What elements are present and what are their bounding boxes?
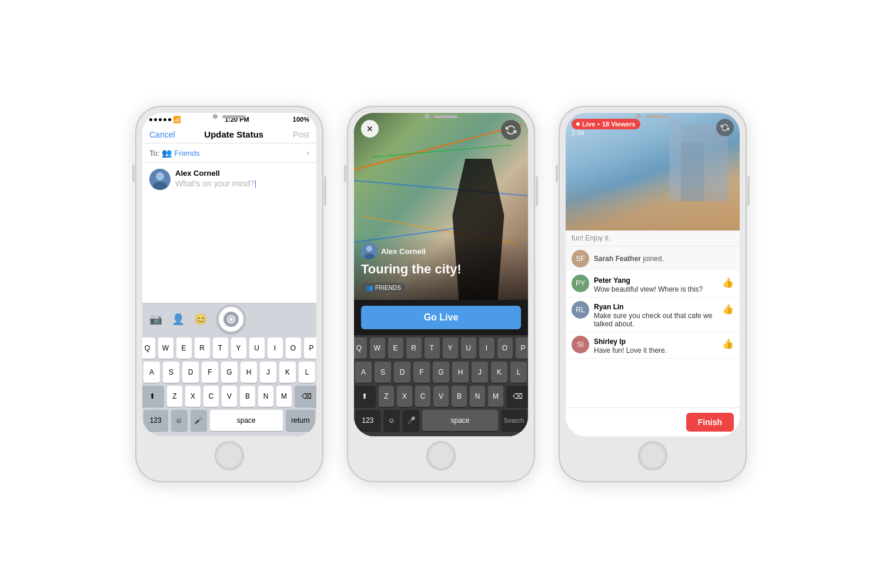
dk-123[interactable]: 123 xyxy=(355,410,380,431)
dk-v[interactable]: V xyxy=(433,386,449,407)
ryan-content: Ryan Lin Make sure you check out that ca… xyxy=(594,301,717,328)
finish-button[interactable]: Finish xyxy=(686,413,734,432)
dk-z[interactable]: Z xyxy=(379,386,394,407)
key-d[interactable]: D xyxy=(182,362,199,383)
key-b[interactable]: B xyxy=(240,386,255,407)
dk-s[interactable]: S xyxy=(375,362,391,383)
peter-content: Peter Yang Wow beautiful view! Where is … xyxy=(594,275,717,293)
dk-b[interactable]: B xyxy=(452,386,467,407)
dk-l[interactable]: L xyxy=(510,362,527,383)
dk-g[interactable]: G xyxy=(433,362,449,383)
comment-shirley: SI Shirley Ip Have fun! Love it there. 👍 xyxy=(566,332,740,359)
key-return[interactable]: return xyxy=(286,410,315,431)
phone-3-screen: Live • 18 Viewers 2:34 xyxy=(566,113,740,436)
keyboard-row-3: ⬆ Z X C V B N M ⌫ xyxy=(143,386,315,407)
key-emoji[interactable]: ☺ xyxy=(171,410,188,431)
live-stream-title: Touring the city! xyxy=(361,262,521,277)
dk-n[interactable]: N xyxy=(470,386,485,407)
home-button-1[interactable] xyxy=(215,441,244,470)
key-space[interactable]: space xyxy=(210,410,283,431)
key-v[interactable]: V xyxy=(222,386,237,407)
key-mic[interactable]: 🎤 xyxy=(191,410,207,431)
key-a[interactable]: A xyxy=(143,362,160,383)
key-backspace[interactable]: ⌫ xyxy=(295,386,316,407)
key-t[interactable]: T xyxy=(213,338,228,359)
dk-e[interactable]: E xyxy=(388,338,403,359)
dk-emoji[interactable]: ☺ xyxy=(383,410,400,431)
key-o[interactable]: O xyxy=(286,338,301,359)
key-shift[interactable]: ⬆ xyxy=(142,386,164,407)
dk-d[interactable]: D xyxy=(394,362,410,383)
key-c[interactable]: C xyxy=(203,386,219,407)
key-l[interactable]: L xyxy=(299,362,315,383)
chevron-right-icon: › xyxy=(307,149,309,157)
shirley-like-button[interactable]: 👍 xyxy=(722,338,734,349)
key-r[interactable]: R xyxy=(195,338,210,359)
close-button[interactable]: ✕ xyxy=(361,120,379,138)
live-overlay: Alex Cornell Touring the city! 👥 FRIENDS xyxy=(354,236,528,300)
key-z[interactable]: Z xyxy=(167,386,182,407)
dk-space[interactable]: space xyxy=(422,410,498,431)
flip-camera-button[interactable] xyxy=(501,120,521,140)
go-live-button[interactable]: Go Live xyxy=(361,306,521,329)
dk-search[interactable]: Search xyxy=(501,410,527,431)
live-toolbar-button[interactable] xyxy=(219,307,243,332)
key-h[interactable]: H xyxy=(240,362,257,383)
key-123[interactable]: 123 xyxy=(143,410,168,431)
shirley-avatar: SI xyxy=(572,336,589,353)
live-user-row: Alex Cornell xyxy=(361,243,521,259)
key-w[interactable]: W xyxy=(158,338,173,359)
cancel-button[interactable]: Cancel xyxy=(149,130,175,139)
key-s[interactable]: S xyxy=(163,362,179,383)
key-y[interactable]: Y xyxy=(231,338,246,359)
home-button-3[interactable] xyxy=(638,441,667,470)
keyboard-row-2: A S D F G H J K L xyxy=(143,362,315,383)
dk-c[interactable]: C xyxy=(415,386,430,407)
key-n[interactable]: N xyxy=(258,386,273,407)
person-toolbar-icon[interactable]: 👤 xyxy=(172,313,185,326)
key-e[interactable]: E xyxy=(176,338,192,359)
dk-t[interactable]: T xyxy=(425,338,440,359)
dk-h[interactable]: H xyxy=(452,362,469,383)
key-q[interactable]: Q xyxy=(142,338,155,359)
post-button[interactable]: Post xyxy=(293,130,309,139)
page-title: Update Status xyxy=(204,129,263,139)
key-i[interactable]: I xyxy=(268,338,283,359)
dk-o[interactable]: O xyxy=(497,338,513,359)
audience-row[interactable]: To: 👥 Friends › xyxy=(142,143,316,163)
dk-a[interactable]: A xyxy=(355,362,372,383)
key-g[interactable]: G xyxy=(221,362,238,383)
home-button-2[interactable] xyxy=(426,441,456,470)
peter-like-button[interactable]: 👍 xyxy=(722,277,734,288)
dk-q[interactable]: Q xyxy=(354,338,367,359)
key-m[interactable]: M xyxy=(276,386,292,407)
key-x[interactable]: X xyxy=(185,386,201,407)
dk-mic[interactable]: 🎤 xyxy=(403,410,419,431)
camera-toolbar-icon[interactable]: 📷 xyxy=(149,313,162,326)
wifi-icon: 📶 xyxy=(173,116,181,123)
dk-j[interactable]: J xyxy=(472,362,488,383)
dk-i[interactable]: I xyxy=(479,338,495,359)
key-p[interactable]: P xyxy=(304,338,317,359)
emoji-toolbar-icon[interactable]: 😊 xyxy=(194,313,207,326)
dk-x[interactable]: X xyxy=(397,386,412,407)
dk-backspace[interactable]: ⌫ xyxy=(506,386,528,407)
dk-y[interactable]: Y xyxy=(443,338,458,359)
key-u[interactable]: U xyxy=(249,338,265,359)
flip-camera-button-3[interactable] xyxy=(716,119,734,136)
dk-k[interactable]: K xyxy=(491,362,507,383)
dk-p[interactable]: P xyxy=(516,338,529,359)
dk-f[interactable]: F xyxy=(413,362,430,383)
dk-u[interactable]: U xyxy=(461,338,476,359)
dk-w[interactable]: W xyxy=(370,338,385,359)
dk-shift[interactable]: ⬆ xyxy=(354,386,376,407)
live-icon-inner xyxy=(223,312,239,327)
dk-r[interactable]: R xyxy=(406,338,422,359)
dk-m[interactable]: M xyxy=(488,386,503,407)
comment-ryan: RL Ryan Lin Make sure you check out that… xyxy=(566,298,740,332)
key-f[interactable]: F xyxy=(202,362,218,383)
ryan-like-button[interactable]: 👍 xyxy=(722,303,734,315)
key-k[interactable]: K xyxy=(279,362,296,383)
composer-area: Alex Cornell What's on your mind? xyxy=(142,163,316,303)
key-j[interactable]: J xyxy=(260,362,276,383)
